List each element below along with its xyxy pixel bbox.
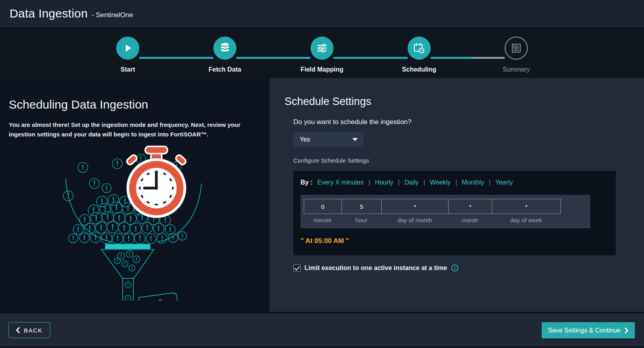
svg-text:!: ! <box>93 179 96 187</box>
svg-text:!: ! <box>100 223 103 232</box>
cron-hour-input[interactable]: 5 <box>342 199 382 214</box>
step-start-circle[interactable] <box>116 37 139 60</box>
cron-month-label: month <box>448 217 492 224</box>
limit-execution-checkbox[interactable] <box>293 264 301 272</box>
step-summary-circle[interactable] <box>505 37 528 60</box>
freq-separator: | <box>369 179 370 186</box>
step-summary[interactable]: Summary <box>468 37 565 78</box>
cron-by-label: By : <box>301 179 312 186</box>
svg-text:!: ! <box>118 213 121 222</box>
scheduling-info-panel: Scheduling Data Ingestion You are almost… <box>0 78 269 312</box>
svg-text:!: ! <box>123 223 126 232</box>
freq-yearly[interactable]: Yearly <box>496 179 513 186</box>
svg-text:!: ! <box>140 155 142 163</box>
svg-text:!: ! <box>129 214 132 223</box>
save-button-label: Save Settings & Continue <box>548 327 621 334</box>
svg-text:!: ! <box>88 224 91 233</box>
svg-text:!: ! <box>181 232 183 239</box>
cron-month-input[interactable]: * <box>448 199 492 214</box>
svg-text:!: ! <box>169 226 171 233</box>
back-button[interactable]: BACK <box>8 322 50 338</box>
svg-text:!: ! <box>106 212 109 222</box>
stepper-connector <box>139 57 213 59</box>
cron-day-of-month-label: day of month <box>381 217 448 224</box>
svg-text:!: ! <box>72 234 74 242</box>
svg-text:!: ! <box>105 185 108 192</box>
cron-minute-label: minute <box>304 217 342 224</box>
freq-weekly[interactable]: Weekly <box>430 179 451 186</box>
svg-text:!: ! <box>116 159 119 167</box>
svg-text:!: ! <box>83 234 86 242</box>
freq-hourly[interactable]: Hourly <box>375 179 393 186</box>
window-header: Data Ingestion - SentinelOne <box>0 0 644 27</box>
svg-text:!: ! <box>84 215 86 224</box>
cron-day-of-month-input[interactable]: * <box>381 199 449 214</box>
step-summary-label: Summary <box>503 66 530 73</box>
svg-text:!: ! <box>150 235 152 243</box>
svg-text:!: ! <box>161 234 163 242</box>
limit-execution-label: Limit execution to one active instance a… <box>304 264 447 272</box>
calendar-clock-icon <box>413 43 425 54</box>
freq-separator: | <box>455 179 457 186</box>
cron-day-of-week-label: day of week <box>492 217 560 224</box>
svg-text:!: ! <box>131 266 133 270</box>
step-fetch-data-label: Fetch Data <box>209 66 241 73</box>
stepper-connector <box>334 57 408 59</box>
stopwatch-icon <box>126 146 187 218</box>
svg-text:!: ! <box>127 234 130 243</box>
freq-every-x-minutes[interactable]: Every X minutes <box>317 179 363 186</box>
freq-daily[interactable]: Daily <box>404 179 419 186</box>
svg-text:!: ! <box>129 251 130 257</box>
stepper-connector <box>431 57 505 59</box>
freq-separator: | <box>398 179 400 186</box>
stepper-connector <box>236 57 310 59</box>
svg-text:!: ! <box>67 192 70 200</box>
svg-text:!: ! <box>157 224 160 233</box>
cron-minute-input[interactable]: 0 <box>304 199 342 214</box>
step-start-label: Start <box>121 66 135 73</box>
svg-text:!: ! <box>82 163 84 171</box>
wizard-stepper: Start Fetch Data <box>0 27 644 78</box>
svg-text:!: ! <box>95 214 98 223</box>
svg-text:!: ! <box>164 216 167 224</box>
document-icon <box>511 43 521 53</box>
save-settings-continue-button[interactable]: Save Settings & Continue <box>542 322 635 338</box>
schedule-settings-panel: Schedule Settings Do you want to schedul… <box>269 78 644 312</box>
funnel-stopwatch-illustration: !!!!!!!!!!!!!!!!!!!!!!!!!!!!!!!!!!!!!!!!… <box>45 145 224 301</box>
page-subtitle: - SentinelOne <box>92 8 133 19</box>
schedule-ingestion-dropdown[interactable]: Yes <box>293 132 363 147</box>
svg-text:!: ! <box>77 226 80 233</box>
cron-day-of-week-input[interactable]: * <box>492 199 561 214</box>
freq-monthly[interactable]: Monthly <box>462 179 484 186</box>
step-fetch-data-circle[interactable] <box>213 37 236 60</box>
chevron-right-icon <box>624 327 628 334</box>
schedule-settings-heading: Schedule Settings <box>285 95 644 108</box>
freq-separator: | <box>423 179 425 186</box>
cron-fields-panel: 0 minute 5 hour * day of month * <box>301 195 590 228</box>
svg-text:!: ! <box>116 234 119 243</box>
schedule-question-label: Do you want to schedule the ingestion? <box>293 118 644 126</box>
svg-text:!: ! <box>139 233 141 242</box>
svg-text:!: ! <box>105 233 108 242</box>
page-title: Data Ingestion <box>10 7 88 20</box>
step-scheduling-label: Scheduling <box>402 66 436 73</box>
svg-text:!: ! <box>94 233 97 241</box>
freq-separator: | <box>489 179 490 186</box>
cron-human-readable: " At 05:00 AM " <box>301 237 609 245</box>
wizard-footer: BACK Save Settings & Continue <box>0 313 644 346</box>
step-field-mapping-circle[interactable] <box>310 37 334 60</box>
info-icon[interactable] <box>451 264 459 272</box>
svg-text:!: ! <box>127 296 129 301</box>
svg-text:!: ! <box>146 223 148 232</box>
chevron-left-icon <box>16 327 20 333</box>
cron-hour-label: hour <box>342 217 381 224</box>
svg-text:!: ! <box>117 258 118 263</box>
svg-text:!: ! <box>127 282 129 287</box>
chevron-down-icon <box>352 138 358 141</box>
svg-text:!: ! <box>120 253 122 259</box>
configure-schedule-label: Configure Schedule Settings <box>293 157 644 164</box>
svg-text:!: ! <box>111 222 114 231</box>
sliders-icon <box>316 43 328 53</box>
step-scheduling-circle[interactable] <box>408 37 431 60</box>
funnel-band <box>105 244 150 249</box>
